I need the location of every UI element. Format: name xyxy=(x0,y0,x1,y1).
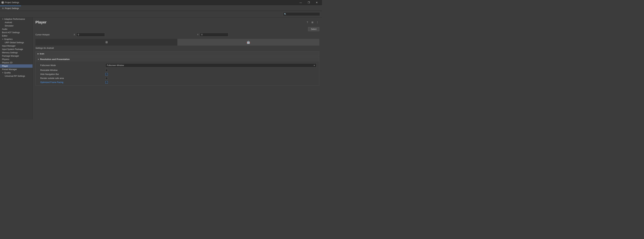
settings-sliders-button[interactable]: ⊞ xyxy=(310,20,314,24)
main-layout: ▼ Adaptive Performance Android Simulator… xyxy=(0,17,322,120)
sidebar-item-physics-2d[interactable]: Physics 2D xyxy=(0,61,32,64)
sidebar-item-adaptive-performance[interactable]: ▼ Adaptive Performance xyxy=(0,17,32,21)
hide-navigation-bar-label: Hide Navigation Bar xyxy=(40,73,104,75)
render-outside-safe-area-label: Render outside safe area xyxy=(40,77,104,79)
sidebar-item-input-system-package[interactable]: Input System Package xyxy=(0,48,32,51)
x-coord-group: X xyxy=(74,33,196,36)
sidebar-label-audio: Audio xyxy=(2,28,8,30)
sidebar-label-android: Android xyxy=(5,21,12,24)
sidebar-item-physics[interactable]: Physics xyxy=(0,58,32,61)
sidebar-label-physics-2d: Physics 2D xyxy=(2,61,12,64)
sidebar-item-input-manager[interactable]: Input Manager xyxy=(0,44,32,48)
svg-marker-1 xyxy=(2,2,3,3)
sidebar-item-android[interactable]: Android xyxy=(0,21,32,24)
sidebar-item-memory-settings[interactable]: Memory Settings xyxy=(0,51,32,54)
fullscreen-mode-dropdown[interactable]: Fullscreen Window Windowed Maximized Win… xyxy=(106,63,316,67)
minimize-button[interactable]: — xyxy=(297,0,304,5)
player-header: Player ? ⊞ ⋮ xyxy=(33,17,322,26)
triangle-down-resolution-icon: ▼ xyxy=(38,58,39,60)
resolution-section-header[interactable]: ▼ Resolution and Presentation xyxy=(36,57,319,61)
help-button[interactable]: ? xyxy=(306,20,309,24)
optimized-frame-pacing-row: Optimized Frame Pacing xyxy=(36,80,319,84)
android-icon: 🤖 xyxy=(246,40,250,44)
maximize-button[interactable]: ❐ xyxy=(305,0,312,5)
render-outside-safe-area-checkbox[interactable] xyxy=(106,77,108,79)
sidebar-item-package-manager[interactable]: Package Manager xyxy=(0,54,32,58)
icon-section: ▶ Icon xyxy=(36,51,319,56)
search-icon: 🔍 xyxy=(284,13,286,15)
sidebar-label-simulator: Simulator xyxy=(5,25,14,27)
cursor-hotspot-label: Cursor Hotspot xyxy=(36,33,72,36)
sidebar-label-preset-manager: Preset Manager xyxy=(2,68,17,71)
resizable-window-row: Resizable Window xyxy=(36,68,319,72)
optimized-frame-pacing-value xyxy=(106,81,316,83)
title-bar: Project Settings — ❐ ✕ xyxy=(0,0,322,5)
select-button[interactable]: Select xyxy=(308,27,319,31)
sidebar-label-editor: Editor xyxy=(2,35,8,37)
resizable-window-value xyxy=(106,69,316,71)
tab-label: Project Settings xyxy=(5,7,19,9)
sidebar-item-player[interactable]: Player xyxy=(0,64,32,68)
icon-section-label: Icon xyxy=(40,52,44,55)
tab-bar: ⚙ Project Settings xyxy=(0,5,322,11)
sidebar-label-input-system-package: Input System Package xyxy=(2,48,23,50)
resizable-window-checkbox[interactable] xyxy=(106,69,108,71)
content-area: Player ? ⊞ ⋮ Select Cursor Hotspot X Y xyxy=(33,17,322,120)
resizable-window-label: Resizable Window xyxy=(40,69,104,71)
sidebar-item-universal-rp[interactable]: Universal RP Settings xyxy=(0,74,32,78)
more-options-button[interactable]: ⋮ xyxy=(316,20,319,24)
y-label: Y xyxy=(197,33,199,36)
sidebar-label-universal-rp: Universal RP Settings xyxy=(5,75,25,77)
sidebar-label-burst-aot: Burst AOT Settings xyxy=(2,31,20,34)
sidebar-item-preset-manager[interactable]: Preset Manager xyxy=(0,68,32,71)
y-coord-group: Y xyxy=(197,33,319,36)
search-bar-area: 🔍 xyxy=(0,11,322,17)
sidebar-item-graphics[interactable]: ▼ Graphics xyxy=(0,37,32,41)
android-platform-tab[interactable]: 🤖 xyxy=(177,39,319,46)
icon-section-header[interactable]: ▶ Icon xyxy=(36,51,319,56)
sidebar-item-urp-global[interactable]: URP Global Settings xyxy=(0,41,32,44)
fullscreen-mode-label: Fullscreen Mode xyxy=(40,64,104,66)
resolution-section: ▼ Resolution and Presentation Fullscreen… xyxy=(36,57,319,85)
sidebar-label-adaptive-performance: Adaptive Performance xyxy=(4,18,25,20)
render-outside-safe-area-row: Render outside safe area xyxy=(36,76,319,80)
fullscreen-mode-value: Fullscreen Window Windowed Maximized Win… xyxy=(106,63,316,67)
desktop-icon: 🖥 xyxy=(105,40,108,44)
title-bar-left: Project Settings xyxy=(1,1,19,4)
y-input[interactable] xyxy=(200,33,228,36)
resolution-section-label: Resolution and Presentation xyxy=(40,58,70,60)
hide-navigation-bar-checkbox[interactable] xyxy=(106,73,108,75)
tab-gear-icon: ⚙ xyxy=(2,7,4,9)
project-settings-tab[interactable]: ⚙ Project Settings xyxy=(0,6,21,11)
sidebar-item-simulator[interactable]: Simulator xyxy=(0,24,32,27)
sidebar-item-burst-aot[interactable]: Burst AOT Settings xyxy=(0,31,32,34)
sidebar-label-quality: Quality xyxy=(4,72,11,74)
sidebar-item-audio[interactable]: Audio xyxy=(0,27,32,31)
title-bar-title: Project Settings xyxy=(5,1,19,4)
optimized-frame-pacing-label[interactable]: Optimized Frame Pacing xyxy=(40,81,104,83)
platform-tabs: 🖥 🤖 xyxy=(36,39,319,46)
unity-logo-icon xyxy=(1,1,4,4)
sidebar-label-graphics: Graphics xyxy=(4,38,12,40)
sidebar-label-memory-settings: Memory Settings xyxy=(2,51,18,54)
settings-for-label: Settings for Android xyxy=(33,46,322,51)
desktop-platform-tab[interactable]: 🖥 xyxy=(36,39,177,46)
sidebar-label-input-manager: Input Manager xyxy=(2,45,16,47)
optimized-frame-pacing-checkbox[interactable] xyxy=(106,81,108,83)
sidebar-item-editor[interactable]: Editor xyxy=(0,34,32,37)
render-outside-safe-area-value xyxy=(106,77,316,79)
x-input[interactable] xyxy=(76,33,105,36)
search-input-wrap: 🔍 xyxy=(283,12,320,16)
close-button[interactable]: ✕ xyxy=(313,0,321,5)
title-bar-controls: — ❐ ✕ xyxy=(297,0,321,5)
sidebar-label-urp-global: URP Global Settings xyxy=(5,41,24,44)
sidebar-item-quality[interactable]: ▼ Quality xyxy=(0,71,32,74)
triangle-down-quality-icon: ▼ xyxy=(2,72,4,74)
search-input[interactable] xyxy=(283,12,320,16)
select-area: Select xyxy=(33,26,322,32)
x-label: X xyxy=(74,33,76,36)
player-title: Player xyxy=(36,20,46,24)
player-header-icons: ? ⊞ ⋮ xyxy=(306,20,319,24)
settings-for-text: Settings for Android xyxy=(36,47,54,49)
fullscreen-mode-row: Fullscreen Mode Fullscreen Window Window… xyxy=(36,62,319,68)
